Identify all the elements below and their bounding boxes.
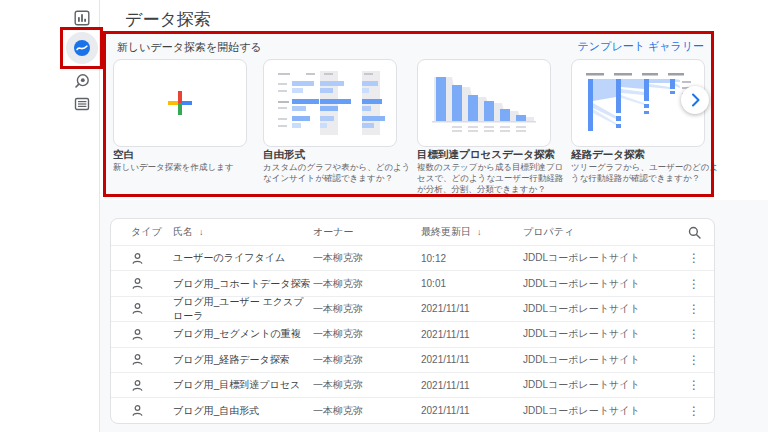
- new-exploration-section: 新しいデータ探索を開始する テンプレート ギャラリー: [103, 31, 714, 197]
- card-title-path: 経路データ探索: [571, 148, 721, 162]
- table-row[interactable]: ブログ用_コホートデータ探索 一本柳克弥 10:01 JDDLコーポレートサイト…: [111, 271, 714, 296]
- person-icon: [131, 252, 173, 265]
- exploration-name: ユーザーのライフタイム: [173, 251, 313, 265]
- library-icon: [74, 96, 90, 112]
- exploration-property: JDDLコーポレートサイト: [523, 353, 674, 367]
- exploration-name: ブログ用_自由形式: [173, 404, 313, 418]
- exploration-name: ブログ用_目標到達プロセス: [173, 378, 313, 392]
- card-title-free-form: 自由形式: [263, 148, 413, 162]
- exploration-owner: 一本柳克弥: [313, 378, 421, 392]
- explore-icon: [66, 32, 98, 64]
- card-title-funnel: 目標到達プロセスデータ探索: [417, 148, 567, 162]
- person-icon: [131, 353, 173, 366]
- person-icon: [131, 302, 173, 315]
- template-card-blank[interactable]: [113, 59, 247, 147]
- left-nav: [0, 0, 100, 432]
- exploration-property: JDDLコーポレートサイト: [523, 251, 674, 265]
- header-type: タイプ: [131, 225, 173, 239]
- table-row[interactable]: ユーザーのライフタイム 一本柳克弥 10:12 JDDLコーポレートサイト ⋮: [111, 246, 714, 271]
- sidebar-item-explore[interactable]: [66, 32, 98, 64]
- chevron-right-icon: [681, 86, 709, 114]
- template-gallery-link[interactable]: テンプレート ギャラリー: [578, 39, 704, 54]
- table-row[interactable]: ブログ用_ユーザー エクスプローラ 一本柳克弥 2021/11/11 JDDLコ…: [111, 297, 714, 322]
- exploration-updated: 2021/11/11: [421, 354, 523, 365]
- exploration-owner: 一本柳克弥: [313, 277, 421, 291]
- table-row[interactable]: ブログ用_経路データ探索 一本柳克弥 2021/11/11 JDDLコーポレート…: [111, 348, 714, 373]
- funnel-chart-thumbnail: [430, 71, 540, 135]
- next-templates-button[interactable]: [681, 86, 709, 114]
- kebab-menu-icon[interactable]: ⋮: [688, 379, 700, 391]
- search-icon: [688, 226, 701, 239]
- exploration-owner: 一本柳克弥: [313, 404, 421, 418]
- card-desc-path: ツリーグラフから、ユーザーのどのような行動経路が確認できますか？: [571, 162, 721, 184]
- exploration-property: JDDLコーポレートサイト: [523, 277, 674, 291]
- card-desc-free-form: カスタムのグラフや表から、どのようなインサイトが確認できますか？: [263, 162, 413, 184]
- exploration-updated: 10:01: [421, 278, 523, 289]
- arrow-down-icon: ↓: [199, 227, 204, 237]
- exploration-name: ブログ用_セグメントの重複: [173, 327, 313, 341]
- header-owner: オーナー: [313, 225, 421, 239]
- free-form-table-thumbnail: [276, 71, 386, 135]
- sidebar-item-library[interactable]: [66, 88, 98, 120]
- template-card-free-form[interactable]: [263, 59, 397, 147]
- plus-icon: [114, 60, 246, 146]
- person-icon: [131, 404, 173, 417]
- ga4-explore-page: データ探索 新しいデータ探索を開始する テンプレート ギャラリー: [0, 0, 768, 432]
- header-name[interactable]: 氏名↓: [173, 225, 313, 239]
- page-title: データ探索: [125, 8, 211, 31]
- header-last-updated[interactable]: 最終更新日↓: [421, 225, 523, 239]
- exploration-owner: 一本柳克弥: [313, 302, 421, 316]
- exploration-property: JDDLコーポレートサイト: [523, 404, 674, 418]
- exploration-updated: 2021/11/11: [421, 329, 523, 340]
- arrow-down-icon: ↓: [477, 227, 482, 237]
- table-row[interactable]: ブログ用_セグメントの重複 一本柳克弥 2021/11/11 JDDLコーポレー…: [111, 322, 714, 347]
- table-search-button[interactable]: [674, 226, 714, 239]
- person-icon: [131, 328, 173, 341]
- exploration-property: JDDLコーポレートサイト: [523, 327, 674, 341]
- table-row[interactable]: ブログ用_自由形式 一本柳克弥 2021/11/11 JDDLコーポレートサイト…: [111, 398, 714, 423]
- path-sankey-thumbnail: [584, 71, 694, 135]
- kebab-menu-icon[interactable]: ⋮: [688, 278, 700, 290]
- person-icon: [131, 277, 173, 290]
- sidebar-item-reports[interactable]: [66, 2, 98, 34]
- card-desc-funnel: 複数のステップから成る目標到達プロセスで、どのようなユーザー行動経路が分析、分割…: [417, 162, 567, 195]
- card-desc-blank: 新しいデータ探索を作成します: [113, 162, 263, 173]
- kebab-menu-icon[interactable]: ⋮: [688, 328, 700, 340]
- template-card-funnel[interactable]: [417, 59, 551, 147]
- exploration-updated: 2021/11/11: [421, 405, 523, 416]
- exploration-name: ブログ用_経路データ探索: [173, 353, 313, 367]
- exploration-owner: 一本柳克弥: [313, 251, 421, 265]
- kebab-menu-icon[interactable]: ⋮: [688, 252, 700, 264]
- kebab-menu-icon[interactable]: ⋮: [688, 405, 700, 417]
- exploration-updated: 10:12: [421, 253, 523, 264]
- card-title-blank: 空白: [113, 148, 263, 162]
- table-header-row: タイプ 氏名↓ オーナー 最終更新日↓ プロパティ: [111, 219, 714, 246]
- exploration-updated: 2021/11/11: [421, 303, 523, 314]
- exploration-owner: 一本柳克弥: [313, 353, 421, 367]
- exploration-owner: 一本柳克弥: [313, 327, 421, 341]
- table-row[interactable]: ブログ用_目標到達プロセス 一本柳克弥 2021/11/11 JDDLコーポレー…: [111, 373, 714, 398]
- header-property: プロパティ: [523, 225, 674, 239]
- kebab-menu-icon[interactable]: ⋮: [688, 354, 700, 366]
- kebab-menu-icon[interactable]: ⋮: [688, 303, 700, 315]
- exploration-name: ブログ用_コホートデータ探索: [173, 277, 313, 291]
- explorations-table: タイプ 氏名↓ オーナー 最終更新日↓ プロパティ ユーザーのライフタイム 一本…: [110, 218, 715, 424]
- advertising-icon: [74, 73, 90, 89]
- exploration-name: ブログ用_ユーザー エクスプローラ: [173, 295, 313, 323]
- person-icon: [131, 379, 173, 392]
- exploration-property: JDDLコーポレートサイト: [523, 378, 674, 392]
- reports-icon: [74, 10, 90, 26]
- section-heading: 新しいデータ探索を開始する: [117, 40, 262, 55]
- exploration-property: JDDLコーポレートサイト: [523, 302, 674, 316]
- exploration-updated: 2021/11/11: [421, 380, 523, 391]
